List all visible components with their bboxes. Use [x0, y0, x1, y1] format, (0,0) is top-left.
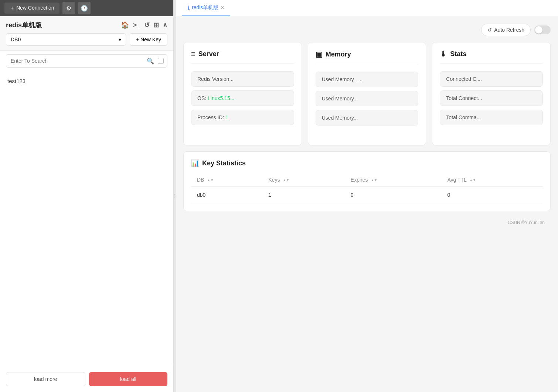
- search-checkbox[interactable]: [158, 58, 164, 64]
- process-id-pill: Process ID: 1: [191, 110, 294, 125]
- stats-card: 🌡 Stats Connected Cl... Total Connect...…: [432, 42, 551, 145]
- key-statistics-table: DB ▲▼ Keys ▲▼ Expires ▲▼ Avg TTL: [191, 173, 543, 203]
- os-pill: OS: Linux5.15...: [191, 90, 294, 106]
- used-memory-3-label: Used Memory...: [322, 115, 358, 121]
- col-db[interactable]: DB ▲▼: [191, 173, 262, 187]
- tab-redis[interactable]: ℹ redis单机版 ✕: [182, 1, 230, 16]
- col-avg-ttl[interactable]: Avg TTL ▲▼: [441, 173, 543, 187]
- sort-db-icon: ▲▼: [207, 179, 214, 182]
- new-key-label: + New Key: [136, 37, 161, 42]
- clock-icon: 🕐: [81, 5, 88, 12]
- home-icon[interactable]: 🏠: [121, 21, 129, 29]
- list-item[interactable]: test123: [0, 74, 173, 88]
- server-card-title: ≡ Server: [191, 50, 294, 64]
- table-header-row: DB ▲▼ Keys ▲▼ Expires ▲▼ Avg TTL: [191, 173, 543, 187]
- auto-refresh-toggle[interactable]: [534, 25, 551, 34]
- redis-version-label: Redis Version...: [197, 76, 234, 82]
- memory-card-title: ▣ Memory: [316, 50, 419, 64]
- sort-expires-icon: ▲▼: [371, 179, 377, 182]
- col-keys-label: Keys: [268, 177, 280, 183]
- auto-refresh-button[interactable]: ↺ Auto Refresh: [481, 24, 531, 36]
- info-cards-row: ≡ Server Redis Version... OS: Linux5.15.…: [183, 42, 551, 145]
- tab-label: redis单机版: [192, 4, 218, 11]
- settings-icon: ⚙: [66, 5, 71, 12]
- bar-chart-icon: 📊: [191, 159, 199, 167]
- cell-keys: 1: [262, 187, 345, 203]
- db-row: DB0 ▾ + New Key: [6, 33, 167, 46]
- content-area: ↺ Auto Refresh ≡ Server Redis Version...…: [176, 16, 558, 392]
- total-commands-label: Total Comma...: [446, 114, 481, 120]
- history-icon-button[interactable]: 🕐: [78, 2, 91, 14]
- sort-keys-icon: ▲▼: [283, 179, 289, 182]
- watermark-text: CSDN ©YuYunTan: [508, 220, 545, 225]
- info-icon: ℹ: [188, 5, 190, 11]
- key-list: test123: [0, 71, 173, 366]
- auto-refresh-label: Auto Refresh: [494, 27, 524, 33]
- connected-clients-pill: Connected Cl...: [440, 71, 543, 87]
- redis-version-pill: Redis Version...: [191, 71, 294, 87]
- total-connections-pill: Total Connect...: [440, 90, 543, 106]
- used-memory-3-pill: Used Memory...: [316, 110, 419, 125]
- col-avg-ttl-label: Avg TTL: [447, 177, 466, 183]
- watermark: CSDN ©YuYunTan: [183, 217, 551, 228]
- server-icon: ≡: [191, 50, 195, 58]
- connection-icons: 🏠 >_ ↺ ⊞ ∧: [121, 21, 167, 29]
- load-all-label: load all: [120, 376, 136, 382]
- cell-avg-ttl: 0: [441, 187, 543, 203]
- main-content: ℹ redis单机版 ✕ ↺ Auto Refresh ≡ Server: [176, 0, 558, 392]
- db-select[interactable]: DB0 ▾: [6, 33, 126, 46]
- sidebar: ＋ New Connection ⚙ 🕐 redis单机版 🏠 >_ ↺ ⊞ ∧…: [0, 0, 174, 392]
- total-connections-label: Total Connect...: [446, 95, 482, 101]
- col-expires[interactable]: Expires ▲▼: [345, 173, 442, 187]
- terminal-icon[interactable]: >_: [133, 21, 140, 29]
- sidebar-footer: load more load all: [0, 366, 173, 392]
- used-memory-1-pill: Used Memory _...: [316, 72, 419, 87]
- chevron-down-icon: ▾: [119, 37, 121, 42]
- key-statistics-title: 📊 Key Statistics: [191, 159, 543, 167]
- key-name: test123: [7, 78, 25, 84]
- refresh-icon[interactable]: ↺: [144, 21, 150, 29]
- connection-title-row: redis单机版 🏠 >_ ↺ ⊞ ∧: [6, 21, 167, 30]
- key-statistics-label: Key Statistics: [202, 159, 246, 167]
- used-memory-2-label: Used Memory...: [322, 96, 358, 102]
- server-card: ≡ Server Redis Version... OS: Linux5.15.…: [183, 42, 302, 145]
- key-statistics-section: 📊 Key Statistics DB ▲▼ Keys ▲▼: [183, 151, 551, 211]
- load-more-button[interactable]: load more: [6, 372, 85, 386]
- col-expires-label: Expires: [351, 177, 368, 183]
- server-title-label: Server: [198, 50, 219, 58]
- load-all-button[interactable]: load all: [89, 372, 168, 386]
- new-connection-button[interactable]: ＋ New Connection: [4, 3, 59, 14]
- sort-avg-ttl-icon: ▲▼: [469, 179, 476, 182]
- connection-bar: redis单机版 🏠 >_ ↺ ⊞ ∧ DB0 ▾ + New Key: [0, 16, 173, 51]
- memory-title-label: Memory: [326, 51, 351, 58]
- db-select-value: DB0: [11, 37, 21, 42]
- collapse-icon[interactable]: ∧: [163, 21, 167, 29]
- process-id-value: 1: [225, 114, 228, 120]
- search-input[interactable]: [6, 54, 167, 68]
- auto-refresh-refresh-icon: ↺: [487, 27, 492, 33]
- connected-clients-label: Connected Cl...: [446, 76, 482, 82]
- tab-bar: ℹ redis单机版 ✕: [176, 0, 558, 16]
- memory-icon: ▣: [316, 50, 323, 59]
- search-icon: 🔍: [147, 58, 154, 65]
- col-db-label: DB: [197, 177, 204, 183]
- cell-db: db0: [191, 187, 262, 203]
- table-row: db0 1 0 0: [191, 187, 543, 203]
- memory-card: ▣ Memory Used Memory _... Used Memory...…: [308, 42, 426, 145]
- stats-card-title: 🌡 Stats: [440, 50, 543, 64]
- col-keys[interactable]: Keys ▲▼: [262, 173, 345, 187]
- top-actions: ↺ Auto Refresh: [183, 24, 551, 36]
- os-label: OS:: [197, 95, 208, 101]
- new-key-button[interactable]: + New Key: [130, 33, 167, 46]
- os-value: Linux5.15...: [208, 95, 234, 101]
- process-id-label: Process ID:: [197, 114, 225, 120]
- new-connection-label: ＋ New Connection: [10, 5, 54, 11]
- used-memory-1-label: Used Memory _...: [322, 76, 363, 82]
- stats-title-label: Stats: [450, 50, 466, 58]
- connection-name: redis单机版: [6, 21, 42, 30]
- tab-close-icon[interactable]: ✕: [221, 5, 224, 10]
- used-memory-2-pill: Used Memory...: [316, 91, 419, 106]
- grid-icon[interactable]: ⊞: [153, 21, 159, 29]
- settings-icon-button[interactable]: ⚙: [62, 2, 75, 14]
- stats-icon: 🌡: [440, 50, 447, 58]
